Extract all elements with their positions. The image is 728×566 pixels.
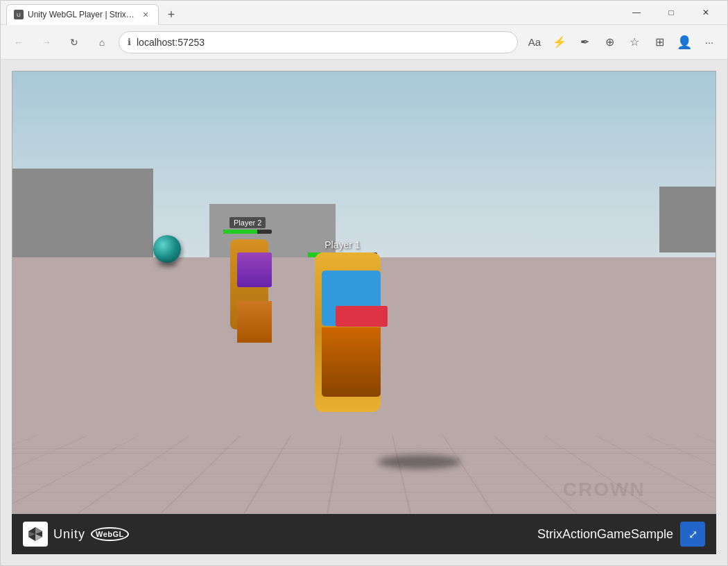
new-tab-button[interactable]: + <box>162 6 181 25</box>
footer-left: Unity WebGL <box>23 522 129 547</box>
tab-close-button[interactable]: × <box>140 9 151 20</box>
more-button[interactable]: ··· <box>698 31 720 53</box>
collections-button[interactable]: ⊕ <box>598 31 621 53</box>
ground-pattern <box>12 435 716 513</box>
game-title-label: StrixActionGameSample <box>537 527 673 542</box>
title-bar: U Unity WebGL Player | StrixAction... × … <box>1 1 727 25</box>
player2-body <box>237 252 272 287</box>
pen-button[interactable]: ✒ <box>573 31 596 53</box>
unity-cube-svg <box>27 526 44 542</box>
favorites-button[interactable]: ⚡ <box>548 31 571 53</box>
unity-logo-icon <box>23 522 48 547</box>
game-viewport[interactable]: CROWN Player 2 Player 1 <box>12 71 716 514</box>
minimize-button[interactable]: — <box>621 1 652 25</box>
maximize-button[interactable]: □ <box>655 1 687 25</box>
tab-strip: U Unity WebGL Player | StrixAction... × … <box>6 1 621 25</box>
game-scene: CROWN Player 2 Player 1 <box>12 71 716 513</box>
close-button[interactable]: ✕ <box>690 1 722 25</box>
add-favorites-button[interactable]: ☆ <box>623 31 645 53</box>
unity-text-label: Unity <box>53 527 85 542</box>
home-button[interactable]: ⌂ <box>91 31 113 53</box>
player2-hud: Player 2 <box>223 217 272 237</box>
wall-right <box>659 187 716 253</box>
ball-shadow <box>157 261 177 267</box>
toolbar-icons: Aa ⚡ ✒ ⊕ ☆ ⊞ 👤 ··· <box>523 31 720 53</box>
back-button[interactable]: ← <box>8 31 30 53</box>
player2-name-label: Player 2 <box>229 217 266 228</box>
window-controls: — □ ✕ <box>621 1 722 25</box>
webgl-badge: WebGL <box>91 527 129 541</box>
info-icon: ℹ <box>128 37 131 47</box>
tab-title: Unity WebGL Player | StrixAction... <box>28 10 136 19</box>
footer-right: StrixActionGameSample ⤢ <box>537 522 705 547</box>
ground-watermark: CROWN <box>563 479 645 501</box>
address-bar: ← → ↻ ⌂ ℹ localhost:57253 Aa ⚡ ✒ ⊕ ☆ <box>1 25 727 60</box>
player2-health-bar <box>223 230 272 234</box>
url-display: localhost:57253 <box>137 37 509 48</box>
workspaces-button[interactable]: ⊞ <box>648 31 670 53</box>
browser-window: U Unity WebGL Player | StrixAction... × … <box>0 0 728 566</box>
player1-body-mid <box>336 306 388 327</box>
player2-health-fill <box>223 230 257 234</box>
wall-left <box>12 169 153 266</box>
tab-favicon: U <box>14 10 24 19</box>
teal-ball <box>153 235 181 263</box>
profile-button[interactable]: 👤 <box>673 31 695 53</box>
active-tab[interactable]: U Unity WebGL Player | StrixAction... × <box>6 4 159 25</box>
player1-legs <box>322 327 381 397</box>
fullscreen-button[interactable]: ⤢ <box>680 522 705 547</box>
player1-name-label: Player 1 <box>324 239 360 250</box>
refresh-button[interactable]: ↻ <box>63 31 85 53</box>
footer-bar: Unity WebGL StrixActionGameSample ⤢ <box>12 514 716 554</box>
forward-button[interactable]: → <box>35 31 58 53</box>
player2-legs <box>237 301 272 343</box>
main-content: CROWN Player 2 Player 1 <box>1 60 727 565</box>
address-field[interactable]: ℹ localhost:57253 <box>119 31 518 53</box>
read-aloud-button[interactable]: Aa <box>523 31 546 53</box>
